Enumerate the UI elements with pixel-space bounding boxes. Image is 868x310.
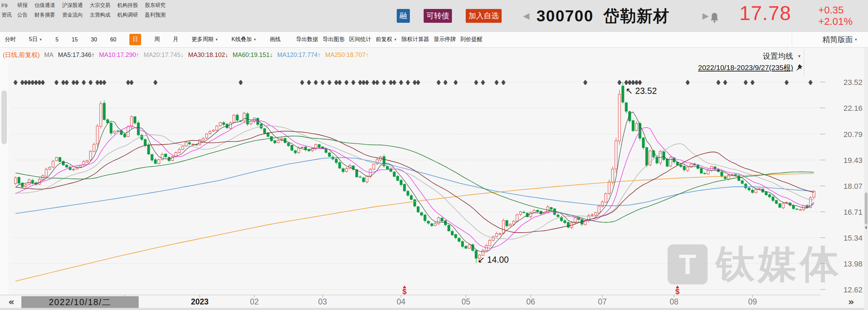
menu-item-1-3[interactable]: 资金流向 [62,10,90,20]
news-marker-icon[interactable] [474,80,479,85]
news-marker-icon[interactable] [300,80,304,85]
toolbar-item-30[interactable]: 30 [91,37,97,43]
news-marker-icon[interactable] [337,80,342,85]
toolbar-item-日[interactable]: 日 [129,34,141,45]
menu-item-0-4[interactable]: 大宗交易 [90,0,117,10]
toolbar-item-除权计算器[interactable]: 除权计算器 [402,36,429,43]
menu-item-1-4[interactable]: 主营构成 [90,10,117,20]
news-marker-icon[interactable] [436,80,441,85]
toolbar-item-K线叠加[interactable]: K线叠加▼ [231,36,257,43]
news-marker-icon[interactable] [453,80,458,85]
candle-body [738,175,740,181]
news-marker-icon[interactable] [344,80,349,85]
toolbar-item-导出图形[interactable]: 导出图形 [323,36,345,43]
news-markers[interactable] [13,80,812,85]
news-marker-icon[interactable] [81,80,86,85]
news-marker-icon[interactable] [443,80,448,85]
toolbar-item-显示停牌[interactable]: 显示停牌 [434,36,456,43]
toolbar-item-前复权[interactable]: 前复权▼ [376,36,397,43]
menu-item-1-6[interactable]: 盈利预测 [145,10,176,20]
news-marker-icon[interactable] [638,80,642,85]
news-marker-icon[interactable] [320,80,325,85]
visible-range-info[interactable]: 2022/10/18-2023/9/27(235根) [698,63,803,72]
toolbar-item-5日[interactable]: 5日▼ [29,36,42,43]
menu-item-1-2[interactable]: 财务摘要 [34,10,62,20]
news-marker-icon[interactable] [13,80,18,85]
toolbar-item-更多周期[interactable]: 更多周期▼ [191,36,218,43]
toolbar-item-到价提醒[interactable]: 到价提醒 [460,36,482,43]
candle-body [52,161,54,167]
menu-item-1-5[interactable]: 机构调研 [117,10,145,20]
news-marker-icon[interactable] [382,80,386,85]
ma-settings-button[interactable]: 设置均线 ▼ [763,51,801,61]
candlestick-series[interactable] [14,82,815,263]
toolbar-item-月[interactable]: 月 [173,36,178,43]
news-marker-icon[interactable] [399,80,403,85]
menu-item-1-0[interactable]: 资讯 [1,10,17,20]
dividend-marker[interactable]: $ [402,285,406,296]
compact-layout-button[interactable]: 精简版面 ▼ [822,32,858,47]
news-marker-icon[interactable] [750,80,755,85]
menu-item-0-0[interactable]: F9 [1,0,17,10]
menu-item-0-6[interactable]: 股东研究 [145,0,176,10]
scroll-right-button[interactable]: » [848,296,854,308]
news-marker-icon[interactable] [238,80,243,85]
menu-item-0-5[interactable]: 机构持股 [117,0,145,10]
badge-加入自选[interactable]: 加入自选 [466,9,502,23]
toolbar-item-分时[interactable]: 分时 [5,36,16,43]
menu-item-0-3[interactable]: 沪深股通 [62,0,90,10]
news-marker-icon[interactable] [501,80,506,85]
toolbar-item-60[interactable]: 60 [110,37,116,43]
toolbar-item-15[interactable]: 15 [72,37,78,43]
news-marker-icon[interactable] [129,80,134,85]
toolbar-item-导出数据[interactable]: 导出数据 [296,36,318,43]
news-marker-icon[interactable] [416,80,421,85]
news-marker-icon[interactable] [716,80,721,85]
candle-body [362,178,365,182]
news-marker-icon[interactable] [351,80,356,85]
news-marker-icon[interactable] [65,80,69,85]
news-marker-icon[interactable] [392,80,396,85]
dividend-marker[interactable]: $ [675,285,680,296]
news-marker-icon[interactable] [54,80,59,85]
kline-chart-svg[interactable]: 23.5222.1620.7919.4318.0716.7115.3413.98… [0,48,868,310]
alert-bell-icon[interactable] [710,12,719,24]
news-marker-icon[interactable] [41,80,45,85]
toolbar-item-周[interactable]: 周 [154,36,160,43]
news-marker-icon[interactable] [102,80,107,85]
news-marker-icon[interactable] [785,80,789,85]
pin-icon[interactable] [795,64,803,71]
news-marker-icon[interactable] [365,80,369,85]
scroll-left-button[interactable]: « [8,296,14,308]
news-marker-icon[interactable] [723,80,728,85]
news-marker-icon[interactable] [494,80,499,85]
candle-body [441,218,443,221]
news-marker-icon[interactable] [617,80,622,85]
news-marker-icon[interactable] [808,80,813,85]
right-scroll-thumb[interactable] [865,193,868,224]
news-marker-icon[interactable] [481,80,485,85]
news-marker-icon[interactable] [153,80,158,85]
menu-item-1-1[interactable]: 公告 [17,10,34,20]
menu-item-0-1[interactable]: 研报 [17,0,34,10]
news-marker-icon[interactable] [307,80,311,85]
news-marker-icon[interactable] [327,80,332,85]
toolbar-item-区间统计[interactable]: 区间统计 [349,36,371,43]
news-marker-icon[interactable] [375,80,379,85]
news-marker-icon[interactable] [75,80,79,85]
toolbar-item-画线[interactable]: 画线 [270,36,281,43]
badge-可转债[interactable]: 可转债 [424,9,452,23]
toolbar-item-5[interactable]: 5 [56,37,59,43]
menu-item-0-2[interactable]: 估值通道 [34,0,62,10]
news-marker-icon[interactable] [88,80,93,85]
toolbar-right-group: 导出数据导出图形区间统计前复权▼除权计算器显示停牌到价提醒 [296,32,482,47]
news-marker-icon[interactable] [685,80,690,85]
news-marker-icon[interactable] [314,80,318,85]
news-marker-icon[interactable] [583,80,588,85]
next-stock-arrow-icon[interactable]: ▶ [702,11,709,21]
badge-融[interactable]: 融 [397,9,410,23]
news-marker-icon[interactable] [406,80,410,85]
prev-stock-arrow-icon[interactable]: ◀ [523,11,529,21]
left-scroll-thumb[interactable] [1,90,7,144]
news-marker-icon[interactable] [743,80,748,85]
